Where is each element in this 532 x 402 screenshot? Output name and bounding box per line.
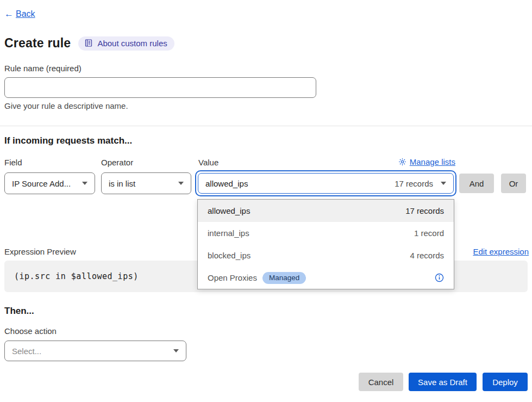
list-option-record-count: 4 records	[410, 251, 444, 260]
expression-code: (ip.src in $allowed_ips)	[14, 271, 139, 281]
list-option-open-proxies[interactable]: Open Proxies Managed	[198, 267, 454, 289]
back-arrow-icon: ←	[4, 9, 14, 20]
page-title: Create rule	[4, 36, 71, 51]
match-section-heading: If incoming requests match...	[4, 135, 132, 146]
deploy-button[interactable]: Deploy	[483, 373, 528, 391]
chevron-down-icon	[178, 182, 184, 185]
field-select[interactable]: IP Source Add...	[4, 172, 95, 194]
create-rule-page: ←Back Create rule About custom rules Rul…	[0, 0, 532, 402]
value-select[interactable]: allowed_ips 17 records	[198, 173, 454, 194]
section-divider	[0, 126, 532, 126]
info-icon[interactable]	[435, 273, 444, 282]
managed-badge: Managed	[262, 272, 306, 284]
value-select-selected: allowed_ips	[205, 179, 395, 188]
expression-preview-label: Expression Preview	[4, 247, 76, 256]
operator-select[interactable]: is in list	[101, 172, 191, 194]
value-column-label: Value	[198, 158, 218, 167]
back-link[interactable]: ←Back	[4, 9, 35, 20]
rule-name-label: Rule name (required)	[4, 64, 82, 73]
title-row: Create rule About custom rules	[4, 36, 174, 51]
chevron-down-icon	[173, 349, 179, 352]
or-button[interactable]: Or	[501, 174, 526, 193]
list-option-internal-ips[interactable]: internal_ips 1 record	[198, 222, 454, 244]
manage-lists-label: Manage lists	[410, 157, 455, 166]
chevron-down-icon	[441, 182, 446, 185]
list-option-name: internal_ips	[208, 228, 249, 238]
list-option-record-count: 1 record	[414, 228, 444, 238]
field-column-label: Field	[4, 158, 22, 167]
and-button[interactable]: And	[459, 174, 494, 193]
rule-name-helper-text: Give your rule a descriptive name.	[4, 101, 128, 110]
gear-icon	[398, 158, 406, 166]
list-option-name: allowed_ips	[208, 206, 250, 215]
about-custom-rules-link[interactable]: About custom rules	[78, 36, 174, 51]
cancel-button[interactable]: Cancel	[359, 373, 403, 391]
save-as-draft-button[interactable]: Save as Draft	[409, 373, 477, 391]
operator-column-label: Operator	[101, 158, 133, 167]
action-select[interactable]: Select...	[4, 341, 186, 361]
list-option-name: Open Proxies	[208, 273, 257, 282]
then-section-heading: Then...	[4, 306, 34, 317]
list-option-record-count: 17 records	[405, 206, 444, 215]
value-select-record-count: 17 records	[395, 179, 433, 188]
rule-name-input[interactable]	[4, 77, 316, 98]
edit-expression-link[interactable]: Edit expression	[473, 247, 529, 256]
list-dropdown-menu: allowed_ips 17 records internal_ips 1 re…	[197, 199, 454, 289]
about-custom-rules-label: About custom rules	[97, 39, 167, 48]
field-select-value: IP Source Add...	[12, 179, 71, 188]
action-select-placeholder: Select...	[12, 347, 41, 356]
operator-select-value: is in list	[109, 179, 135, 188]
list-option-blocked-ips[interactable]: blocked_ips 4 records	[198, 244, 454, 267]
manage-lists-link[interactable]: Manage lists	[398, 157, 455, 166]
list-option-name: blocked_ips	[208, 251, 251, 260]
choose-action-label: Choose action	[4, 326, 57, 336]
value-select-focus-ring: allowed_ips 17 records	[195, 170, 456, 196]
book-icon	[84, 39, 93, 47]
chevron-down-icon	[82, 182, 87, 185]
list-option-allowed-ips[interactable]: allowed_ips 17 records	[198, 200, 454, 222]
back-link-label: Back	[16, 9, 35, 19]
